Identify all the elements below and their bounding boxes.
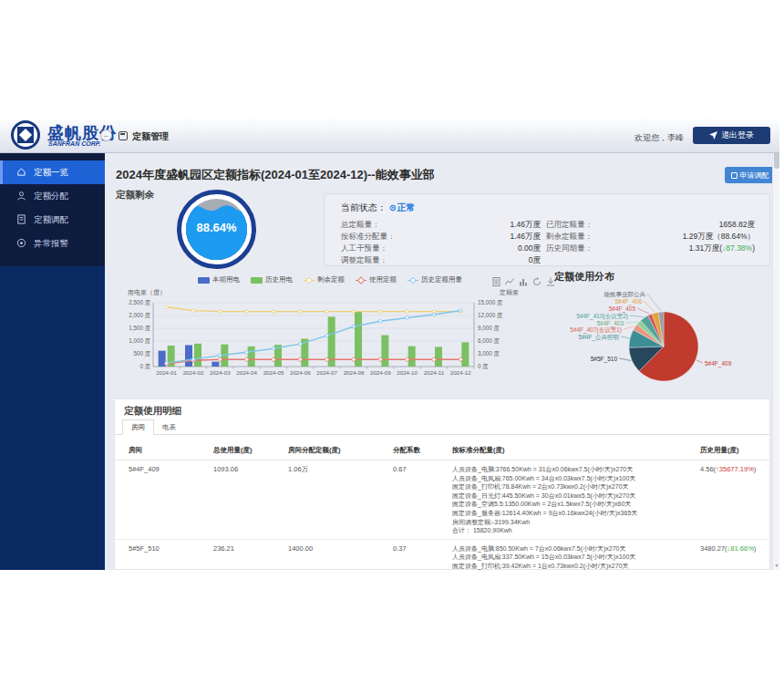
svg-text:9,000 度: 9,000 度 <box>478 325 500 332</box>
svg-text:12,000 度: 12,000 度 <box>478 312 502 319</box>
table-row[interactable]: 5#4F_4091093.061.06万0.67人员设备_电脑:3766.50K… <box>115 460 769 540</box>
sidebar-item-3[interactable]: 定额调配 <box>0 208 105 232</box>
status-panel: 当前状态： ⊙正常 总定额量：1.46万度按标准分配量：1.46万度人工干预量：… <box>324 193 770 266</box>
status-state: 正常 <box>397 202 415 212</box>
gauge-liquid: 88.64% <box>186 199 247 260</box>
pie-slice-label: 5#4F_407(会议室1) <box>570 326 622 335</box>
svg-text:2024-02: 2024-02 <box>183 369 204 376</box>
svg-text:2,000 度: 2,000 度 <box>129 312 150 319</box>
usage-bar-chart: 0 度500 度1,000 度1,500 度2,000 度2,500 度0 度3… <box>120 295 512 387</box>
legend-item[interactable]: 剩余定额 <box>304 275 345 284</box>
current-status: 当前状态： ⊙正常 <box>341 202 755 214</box>
svg-text:2,500 度: 2,500 度 <box>129 299 150 306</box>
cell-allocated: 1.06万 <box>288 465 393 535</box>
welcome-text: 欢迎您，李峰 <box>634 132 684 144</box>
svg-text:2024-01: 2024-01 <box>156 369 177 376</box>
apply-reallocate-button[interactable]: 申请调配 <box>725 167 775 183</box>
sidebar-item-label: 定额调配 <box>34 214 68 226</box>
scroll-down-arrow[interactable]: ▼ <box>773 562 779 570</box>
legend-item[interactable]: 使用定额 <box>356 275 397 284</box>
back-icon[interactable]: ← <box>100 129 112 141</box>
company-name-en: SANFRAN CORP. <box>48 140 100 147</box>
svg-text:3,000 度: 3,000 度 <box>478 350 500 357</box>
chart-legend: 本期用电历史用电剩余定额使用定额历史定额用量 <box>120 275 540 284</box>
detail-tab-2[interactable]: 电表 <box>154 419 184 435</box>
stat-row: 已用定额量：1658.82度 <box>546 220 755 230</box>
legend-item[interactable]: 历史用电 <box>251 275 293 284</box>
user-icon <box>16 191 26 202</box>
sidebar: 定额一览定额分配定额调配异常报警 <box>0 153 105 570</box>
cell-total: 1093.06 <box>213 465 288 535</box>
svg-text:2024-03: 2024-03 <box>210 369 231 376</box>
sidebar-item-4[interactable]: 异常报警 <box>0 232 105 255</box>
logout-plane-icon <box>709 131 717 140</box>
svg-text:6,000 度: 6,000 度 <box>478 337 500 345</box>
status-label: 当前状态： <box>341 202 387 212</box>
apply-icon <box>731 172 738 179</box>
module-title: 定额管理 <box>132 130 169 143</box>
logout-label: 退出登录 <box>721 129 754 141</box>
legend-item[interactable]: 本期用电 <box>198 275 240 284</box>
status-ok-icon: ⊙ <box>389 202 397 212</box>
legend-item[interactable]: 历史定额用量 <box>407 275 462 284</box>
gauge-value: 88.64% <box>186 221 247 234</box>
quota-gauge: 88.64% <box>177 190 256 269</box>
pie-slice-label: 5#4F_406 <box>615 298 642 305</box>
sidebar-item-label: 异常报警 <box>34 238 68 250</box>
sidebar-item-1[interactable]: 定额一览 <box>0 160 105 184</box>
page: 盛帆股份 SANFRAN CORP. ← 定额管理 欢迎您，李峰 退出登录 定额… <box>0 0 784 693</box>
stat-row: 总定额量：1.46万度 <box>341 220 541 230</box>
svg-text:2024-12: 2024-12 <box>450 369 471 376</box>
cell-coefficient: 0.67 <box>393 465 452 535</box>
legend-label: 历史用电 <box>265 275 293 284</box>
stat-row: 人工干预量：0.00度 <box>341 243 541 253</box>
cell-room: 5#4F_409 <box>129 465 213 535</box>
stat-row: 调整定额量：0度 <box>341 255 541 265</box>
quota-detail-panel: 定额使用明细 房间电表 房间总使用量(度)房间分配定额(度)分配系数按标准分配量… <box>114 398 770 570</box>
stat-row: 按标准分配量：1.46万度 <box>341 232 541 242</box>
cell-room: 5#5F_510 <box>129 544 213 570</box>
table-row[interactable]: 5#5F_510236.211400.000.37人员设备_电脑:850.50K… <box>115 540 769 570</box>
home-icon <box>16 167 26 179</box>
svg-text:2024-04: 2024-04 <box>236 369 257 376</box>
logout-button[interactable]: 退出登录 <box>693 127 770 144</box>
legend-label: 本期用电 <box>212 275 240 284</box>
bar-chart-icon[interactable] <box>519 274 528 290</box>
svg-text:0 度: 0 度 <box>478 363 489 370</box>
pie-slice-label: 能效事业部公共 <box>604 291 646 299</box>
svg-text:2024-06: 2024-06 <box>290 369 311 376</box>
restore-icon[interactable] <box>532 274 542 290</box>
cell-coefficient: 0.37 <box>393 544 452 570</box>
svg-text:2024-07: 2024-07 <box>316 369 337 376</box>
apply-label: 申请调配 <box>740 171 769 181</box>
pie-slice-label: 5#4F_405 <box>609 305 635 312</box>
table-column-header: 总使用量(度) <box>213 446 288 455</box>
table-column-header: 房间分配定额(度) <box>288 446 393 455</box>
app-window: 盛帆股份 SANFRAN CORP. ← 定额管理 欢迎您，李峰 退出登录 定额… <box>0 117 779 570</box>
svg-text:2024-09: 2024-09 <box>370 369 391 376</box>
sidebar-item-label: 定额分配 <box>34 191 68 202</box>
vertical-scrollbar[interactable]: ▲ ▼ <box>772 117 779 570</box>
legend-label: 剩余定额 <box>317 275 345 284</box>
svg-text:2024-08: 2024-08 <box>344 369 365 376</box>
sidebar-item-2[interactable]: 定额分配 <box>0 184 105 208</box>
detail-title: 定额使用明细 <box>124 405 181 418</box>
company-logo-icon <box>11 120 40 150</box>
detail-tab-1[interactable]: 房间 <box>122 419 154 435</box>
stat-row: 历史同期量：1.31万度(↓87.38%) <box>546 243 755 253</box>
svg-text:15,000 度: 15,000 度 <box>478 299 502 306</box>
pie-slice-label: 5#4F_410(会议室2) <box>576 313 628 321</box>
cell-standard: 人员设备_电脑:3766.50Kwh = 31台x0.06kwx7.5(小时/天… <box>452 465 700 535</box>
module-icon <box>119 131 128 140</box>
svg-text:500 度: 500 度 <box>133 350 150 357</box>
quota-remaining-label: 定额剩余 <box>116 189 154 202</box>
svg-text:0 度: 0 度 <box>139 363 150 370</box>
table-column-header: 分配系数 <box>393 446 452 455</box>
detail-tabs: 房间电表 <box>115 419 769 435</box>
doc-icon <box>16 214 26 226</box>
cell-standard: 人员设备_电脑:850.50Kwh = 7台x0.06kwx7.5(小时/天)x… <box>452 544 700 570</box>
stat-row: 剩余定额量：1.29万度（88.64%） <box>546 232 755 242</box>
alert-icon <box>16 238 26 250</box>
table-column-header: 历史用量(度) <box>700 446 769 455</box>
table-column-header: 按标准分配量(度) <box>452 446 700 455</box>
